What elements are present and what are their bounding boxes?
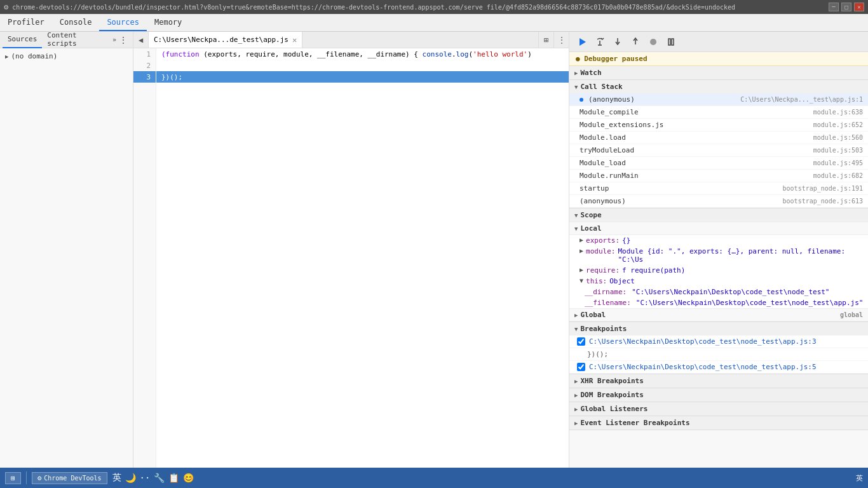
keyword-function: (function xyxy=(161,50,200,58)
scope-section: ▼ Scope ▼ Local ▶ export xyxy=(569,208,868,322)
call-stack-item-2[interactable]: Module_extensions.js module.js:652 xyxy=(569,119,868,132)
line-num-3[interactable]: 3 xyxy=(133,71,156,83)
content-area: Sources Content scripts » ⋮ ▶ (no domain… xyxy=(0,32,868,488)
svg-rect-7 xyxy=(672,39,674,45)
watch-section-header[interactable]: ▶ Watch xyxy=(569,66,868,80)
breakpoint-item-sub: })(); xyxy=(569,348,868,361)
left-tab-sources[interactable]: Sources xyxy=(3,32,42,48)
call-stack-item-5[interactable]: Module_load module.js:495 xyxy=(569,157,868,170)
left-tab-content-scripts[interactable]: Content scripts xyxy=(42,32,111,48)
dom-breakpoints-header[interactable]: ▶ DOM Breakpoints xyxy=(569,388,868,402)
editor-tabs: ◀ C:\Users\Neckpa...de_test\app.js ✕ ⊞ ⋮ xyxy=(133,32,569,48)
scope-global-header[interactable]: ▶ Global global xyxy=(569,308,868,322)
call-fn-0: (anonymous) xyxy=(588,95,635,104)
taskbar-system-icons: 英 🌙 ·· 🔧 📋 😊 xyxy=(112,472,194,484)
call-stack-header[interactable]: ▼ Call Stack xyxy=(569,80,868,93)
call-stack-item-3[interactable]: Module.load module.js:560 xyxy=(569,132,868,144)
editor-tab-prev-button[interactable]: ◀ xyxy=(133,32,149,48)
scope-content: ▼ Local ▶ exports: {} ▶ module: M xyxy=(569,222,868,322)
call-stack-item-1[interactable]: Module_compile module.js:638 xyxy=(569,106,868,119)
taskbar-icon-6: 😊 xyxy=(183,473,194,483)
xhr-label: XHR Breakpoints xyxy=(580,377,643,385)
call-loc-6: module.js:682 xyxy=(813,172,863,179)
editor-show-sources-button[interactable]: ⊞ xyxy=(538,32,553,48)
call-stack-item-8[interactable]: (anonymous) bootstrap_node.js:613 xyxy=(569,195,868,208)
step-out-button[interactable] xyxy=(628,34,643,50)
line-num-2[interactable]: 2 xyxy=(133,60,156,71)
call-loc-7: bootstrap_node.js:191 xyxy=(783,185,863,192)
call-loc-2: module.js:652 xyxy=(813,121,863,128)
breakpoints-content: C:\Users\Neckpain\Desktop\code_test\node… xyxy=(569,336,868,374)
breakpoints-header[interactable]: ▼ Breakpoints xyxy=(569,322,868,336)
event-listener-breakpoints-header[interactable]: ▶ Event Listener Breakpoints xyxy=(569,416,868,430)
editor-tab-appjs[interactable]: C:\Users\Neckpa...de_test\app.js ✕ xyxy=(149,32,302,48)
titlebar: ⚙ chrome-devtools://devtools/bundled/ins… xyxy=(0,0,868,14)
editor-tab-close-button[interactable]: ✕ xyxy=(292,36,297,44)
scope-dirname[interactable]: __dirname: "C:\Users\Neckpain\Desktop\co… xyxy=(569,287,868,297)
editor-more-button[interactable]: ⋮ xyxy=(553,32,569,48)
breakpoint-path-1: C:\Users\Neckpain\Desktop\code_test\node… xyxy=(589,363,817,371)
taskbar-icon-4: 🔧 xyxy=(154,473,165,483)
tab-console[interactable]: Console xyxy=(52,14,100,31)
debugger-content: ● Debugger paused ▶ Watch ▼ Call Stack xyxy=(569,52,868,488)
breakpoints-arrow-icon: ▼ xyxy=(574,326,578,332)
scope-exports[interactable]: ▶ exports: {} xyxy=(569,235,868,246)
deactivate-button[interactable] xyxy=(646,34,661,50)
tab-memory[interactable]: Memory xyxy=(147,14,189,31)
favicon-icon: ⚙ xyxy=(4,3,8,11)
taskbar-chrome[interactable]: ⚙ Chrome DevTools xyxy=(32,472,107,484)
call-stack-item-4[interactable]: tryModuleLoad module.js:503 xyxy=(569,144,868,157)
call-fn-4: tryModuleLoad xyxy=(580,146,634,154)
resume-button[interactable] xyxy=(574,34,590,50)
call-stack-arrow-icon: ▼ xyxy=(574,84,578,90)
global-listeners-header[interactable]: ▶ Global Listeners xyxy=(569,402,868,416)
breakpoint-item-1: C:\Users\Neckpain\Desktop\code_test\node… xyxy=(569,361,868,374)
tree-arrow-icon: ▶ xyxy=(5,53,8,60)
scope-local-header[interactable]: ▼ Local xyxy=(569,222,868,235)
call-fn-8: (anonymous) xyxy=(580,197,626,205)
step-over-button[interactable] xyxy=(592,34,607,50)
breakpoint-checkbox-1[interactable] xyxy=(577,363,585,371)
tree-item-label: (no domain) xyxy=(11,52,57,60)
breakpoint-item-0: C:\Users\Neckpain\Desktop\code_test\node… xyxy=(569,336,868,348)
step-into-button[interactable] xyxy=(610,34,625,50)
call-stack-item-6[interactable]: Module.runMain module.js:682 xyxy=(569,170,868,182)
call-stack-item-0[interactable]: (anonymous) C:\Users\Neckpa..._test\app.… xyxy=(569,93,868,106)
taskbar-start[interactable]: ⊞ xyxy=(5,472,21,484)
tree-item-no-domain[interactable]: ▶ (no domain) xyxy=(0,51,133,62)
event-listener-arrow-icon: ▶ xyxy=(574,420,578,426)
file-tree: ▶ (no domain) xyxy=(0,48,133,488)
xhr-breakpoints-header[interactable]: ▶ XHR Breakpoints xyxy=(569,374,868,388)
minimize-button[interactable]: ─ xyxy=(829,3,839,11)
scope-arrow-icon: ▼ xyxy=(574,212,578,219)
debugger-paused-banner: ● Debugger paused xyxy=(569,52,868,66)
taskbar-icon-2: 🌙 xyxy=(125,473,136,483)
scope-header[interactable]: ▼ Scope xyxy=(569,208,868,222)
scope-filename[interactable]: __filename: "C:\Users\Neckpain\Desktop\c… xyxy=(569,297,868,308)
watch-arrow-icon: ▶ xyxy=(574,70,578,76)
svg-point-5 xyxy=(650,39,656,45)
taskbar-icon-1: 英 xyxy=(112,472,121,484)
left-panel-menu-button[interactable]: ⋮ xyxy=(116,35,130,45)
call-loc-8: bootstrap_node.js:613 xyxy=(783,198,863,205)
breakpoint-path-0: C:\Users\Neckpain\Desktop\code_test\node… xyxy=(589,337,817,346)
scope-local-label: Local xyxy=(580,224,601,233)
line-num-1[interactable]: 1 xyxy=(133,48,156,60)
close-button[interactable]: ✕ xyxy=(854,3,864,11)
maximize-button[interactable]: □ xyxy=(841,3,851,11)
call-fn-3: Module.load xyxy=(580,133,626,142)
call-stack-item-7[interactable]: startup bootstrap_node.js:191 xyxy=(569,182,868,195)
tab-profiler[interactable]: Profiler xyxy=(0,14,52,31)
scope-this[interactable]: ▼ this: Object xyxy=(569,276,868,287)
call-fn-7: startup xyxy=(580,184,609,193)
call-fn-2: Module_extensions.js xyxy=(580,121,663,129)
breakpoint-checkbox-0[interactable] xyxy=(577,337,585,346)
call-fn-5: Module_load xyxy=(580,159,626,167)
scope-require[interactable]: ▶ require: f require(path) xyxy=(569,265,868,276)
editor-tab-label: C:\Users\Neckpa...de_test\app.js xyxy=(154,36,288,44)
tab-sources[interactable]: Sources xyxy=(99,14,147,31)
scope-module[interactable]: ▶ module: Module {id: ".", exports: {…},… xyxy=(569,246,868,265)
code-content[interactable]: (function (exports, require, module, __f… xyxy=(156,48,569,475)
call-fn-1: Module_compile xyxy=(580,108,639,116)
pause-exceptions-button[interactable] xyxy=(663,34,679,50)
